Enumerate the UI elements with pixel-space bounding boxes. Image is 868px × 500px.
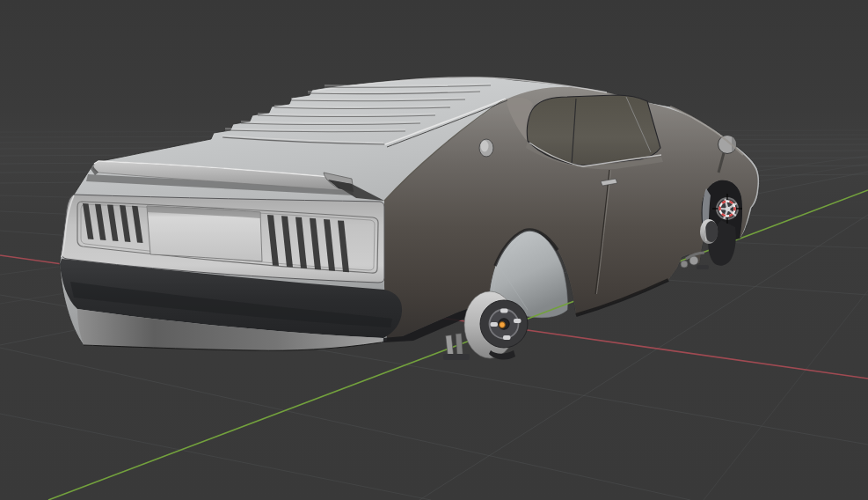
front-suspension-bracket bbox=[697, 265, 709, 269]
3d-viewport[interactable] bbox=[0, 0, 868, 500]
window-glass bbox=[527, 95, 660, 165]
front-hub-cap bbox=[726, 207, 731, 212]
lug-slot-bottom bbox=[503, 335, 511, 340]
lug-slot-left bbox=[491, 322, 499, 327]
fuel-cap-center bbox=[481, 141, 489, 152]
object-origin-dot bbox=[500, 322, 506, 328]
lug-slot-top bbox=[500, 309, 508, 313]
side-windows bbox=[527, 95, 661, 166]
front-suspension-eye bbox=[681, 261, 688, 268]
fuel-cap bbox=[479, 139, 493, 157]
shackle-bracket bbox=[443, 354, 470, 360]
leaf-spring-shackle-inner bbox=[456, 334, 463, 357]
lug-slot-right bbox=[514, 319, 522, 323]
front-drum-face bbox=[705, 221, 718, 242]
blender-viewport-window[interactable] bbox=[0, 0, 868, 500]
